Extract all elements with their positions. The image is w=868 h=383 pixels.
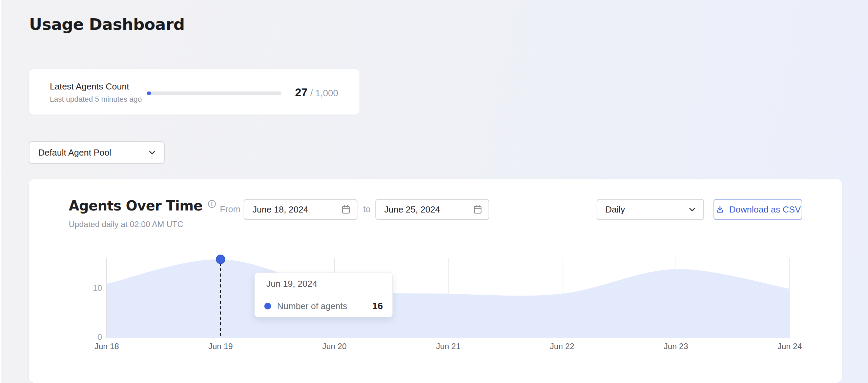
tooltip-series-row: Number of agents 16 (255, 295, 392, 317)
x-axis-label: Jun 22 (535, 342, 589, 351)
agent-pool-select[interactable]: Default Agent Pool (29, 141, 165, 164)
tooltip-series-label: Number of agents (277, 301, 372, 311)
chevron-down-icon (688, 205, 697, 214)
x-axis-label: Jun 18 (80, 342, 134, 351)
agent-pool-select-value: Default Agent Pool (38, 147, 111, 158)
download-csv-label: Download as CSV (729, 204, 801, 215)
interval-select-value: Daily (605, 204, 625, 215)
download-icon (715, 205, 725, 214)
download-csv-button[interactable]: Download as CSV (714, 199, 802, 220)
tooltip-series-value: 16 (372, 301, 383, 311)
chart-title-block: Agents Over Time Updated daily at 02:00 … (69, 198, 216, 229)
agents-progress-track (147, 92, 282, 95)
date-to-value: June 25, 2024 (384, 204, 440, 215)
y-axis-label: 0 (75, 332, 102, 342)
stats-card-title: Latest Agents Count (50, 81, 129, 92)
interval-select[interactable]: Daily (597, 199, 704, 220)
chart-tooltip: Jun 19, 2024 Number of agents 16 (254, 273, 393, 317)
x-axis-label: Jun 24 (763, 342, 817, 351)
date-from-value: June 18, 2024 (252, 204, 308, 215)
to-label: to (363, 204, 371, 215)
calendar-icon[interactable] (341, 204, 351, 215)
y-axis-label: 10 (75, 283, 102, 293)
chart-title: Agents Over Time (69, 198, 203, 214)
agents-over-time-card: Agents Over Time Updated daily at 02:00 … (29, 179, 842, 383)
agents-count-value: 27 (295, 86, 308, 99)
series-dot-icon (264, 303, 271, 309)
date-from-input[interactable]: June 18, 2024 (244, 199, 357, 220)
chart-subtitle: Updated daily at 02:00 AM UTC (69, 220, 216, 229)
x-axis-label: Jun 21 (421, 342, 475, 351)
info-icon[interactable] (207, 199, 216, 208)
stats-card-subtitle: Last updated 5 minutes ago (50, 95, 142, 104)
window-left-edge (0, 0, 1, 383)
x-axis-label: Jun 23 (649, 342, 703, 351)
x-axis-label: Jun 19 (193, 342, 248, 351)
tooltip-date: Jun 19, 2024 (255, 273, 392, 295)
agents-count-limit: / 1,000 (310, 88, 338, 98)
calendar-icon[interactable] (473, 204, 482, 215)
highlight-point[interactable] (216, 255, 225, 264)
date-to-input[interactable]: June 25, 2024 (375, 199, 489, 220)
page-title: Usage Dashboard (29, 15, 185, 34)
chevron-down-icon (148, 148, 157, 157)
stats-value-row: 27/ 1,000 (295, 86, 338, 99)
latest-agents-count-card: Latest Agents Count Last updated 5 minut… (29, 69, 359, 115)
x-axis-label: Jun 20 (307, 342, 361, 351)
agents-progress-fill (147, 92, 151, 95)
from-label: From (220, 204, 241, 215)
